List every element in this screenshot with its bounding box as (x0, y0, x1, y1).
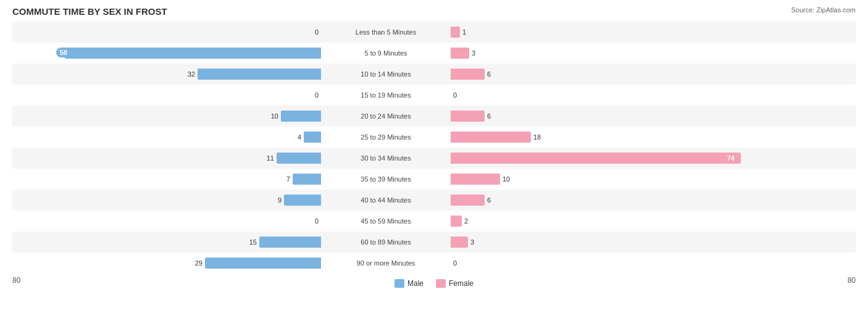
chart-row: 2990 or more Minutes0 (12, 253, 856, 274)
chart-row: 015 to 19 Minutes0 (12, 85, 856, 106)
value-male: 10 (271, 112, 281, 120)
bar-male (205, 258, 321, 269)
value-female: 6 (487, 196, 491, 204)
left-section: 10 (12, 106, 321, 127)
value-male: 4 (298, 133, 304, 141)
value-female: 3 (472, 49, 475, 57)
axis-label-right: 80 (848, 276, 856, 285)
legend-female-box (436, 279, 446, 288)
bar-male (304, 132, 321, 143)
bar-female (451, 111, 485, 122)
right-section: 6 (451, 190, 759, 211)
bar-female (451, 69, 485, 80)
row-label: 5 to 9 Minutes (321, 49, 451, 57)
left-section: 58 (12, 43, 321, 64)
left-section: 4 (12, 127, 321, 148)
value-male-zero: 0 (315, 28, 321, 36)
bar-male (281, 111, 321, 122)
left-section: 11 (12, 148, 321, 169)
left-section: 0 (12, 211, 321, 232)
row-label: 60 to 89 Minutes (321, 238, 451, 246)
left-section: 7 (12, 169, 321, 190)
chart-row: 3210 to 14 Minutes6 (12, 64, 856, 85)
value-female: 1 (462, 28, 466, 36)
bar-female (451, 237, 468, 248)
value-female: 6 (487, 70, 491, 78)
bar-male (259, 237, 321, 248)
value-female-zero: 0 (453, 259, 457, 267)
chart-row: 585 to 9 Minutes3 (12, 43, 856, 64)
left-section: 29 (12, 253, 321, 274)
right-section: 3 (451, 232, 759, 253)
row-label: 20 to 24 Minutes (321, 112, 451, 120)
right-section: 1 (451, 22, 759, 43)
value-male: 32 (188, 70, 198, 78)
source-label: Source: ZipAtlas.com (791, 6, 856, 14)
bar-male (293, 174, 321, 185)
row-label: 30 to 34 Minutes (321, 154, 451, 162)
chart-row: 1020 to 24 Minutes6 (12, 106, 856, 127)
value-female: 10 (503, 175, 510, 183)
bar-female (451, 195, 485, 206)
legend-female-label: Female (449, 279, 474, 288)
bar-female: 74 (451, 153, 741, 164)
chart-row: 1560 to 89 Minutes3 (12, 232, 856, 253)
chart-row: 940 to 44 Minutes6 (12, 190, 856, 211)
value-female: 3 (470, 238, 474, 246)
chart-row: 1130 to 34 Minutes74 (12, 148, 856, 169)
value-female-zero: 0 (453, 91, 457, 99)
left-section: 0 (12, 85, 321, 106)
bar-female (451, 48, 469, 59)
bar-female (451, 216, 462, 227)
value-male: 15 (249, 238, 259, 246)
chart-row: 045 to 59 Minutes2 (12, 211, 856, 232)
legend-female: Female (436, 279, 474, 288)
bar-male (284, 195, 321, 206)
right-section: 0 (451, 85, 759, 106)
legend: Male Female (12, 279, 856, 288)
row-label: Less than 5 Minutes (321, 28, 451, 36)
right-section: 0 (451, 253, 759, 274)
row-label: 40 to 44 Minutes (321, 196, 451, 204)
legend-male-box (394, 279, 404, 288)
right-section: 6 (451, 106, 759, 127)
row-label: 90 or more Minutes (321, 259, 451, 267)
legend-male: Male (394, 279, 424, 288)
right-section: 6 (451, 64, 759, 85)
right-section: 2 (451, 211, 759, 232)
right-section: 3 (451, 43, 759, 64)
right-section: 18 (451, 127, 759, 148)
left-section: 32 (12, 64, 321, 85)
left-section: 0 (12, 22, 321, 43)
bar-female (451, 132, 531, 143)
right-section: 10 (451, 169, 759, 190)
right-section: 74 (451, 148, 759, 169)
row-label: 35 to 39 Minutes (321, 175, 451, 183)
value-male: 9 (278, 196, 284, 204)
chart-container: COMMUTE TIME BY SEX IN FROST Source: Zip… (0, 0, 868, 323)
value-female: 6 (487, 112, 491, 120)
chart-row: 425 to 29 Minutes18 (12, 127, 856, 148)
left-section: 9 (12, 190, 321, 211)
bar-male (198, 69, 321, 80)
value-male: 7 (286, 175, 293, 183)
value-male: 29 (195, 259, 205, 267)
left-section: 15 (12, 232, 321, 253)
value-female: 2 (464, 217, 468, 225)
bubble-female-74: 74 (724, 153, 738, 163)
bubble-male-58: 58 (56, 48, 71, 57)
row-label: 25 to 29 Minutes (321, 133, 451, 141)
row-label: 10 to 14 Minutes (321, 70, 451, 78)
chart-area: 0Less than 5 Minutes1585 to 9 Minutes332… (12, 22, 856, 277)
row-label: 45 to 59 Minutes (321, 217, 451, 225)
value-male-zero: 0 (315, 91, 321, 99)
chart-row: 0Less than 5 Minutes1 (12, 22, 856, 43)
bar-male (277, 153, 321, 164)
value-male: 11 (267, 154, 277, 162)
bar-female (451, 27, 460, 38)
row-label: 15 to 19 Minutes (321, 91, 451, 99)
axis-label-left: 80 (12, 276, 20, 285)
value-female: 18 (533, 133, 541, 141)
chart-title: COMMUTE TIME BY SEX IN FROST (12, 6, 856, 17)
chart-row: 735 to 39 Minutes10 (12, 169, 856, 190)
